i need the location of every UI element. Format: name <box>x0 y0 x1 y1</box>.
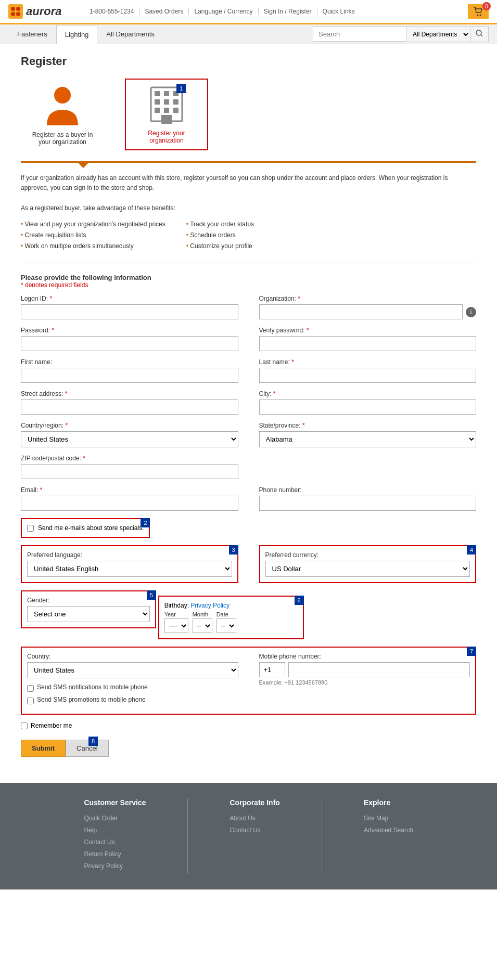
verify-password-input[interactable] <box>259 336 477 351</box>
remember-me-label: Remember me <box>31 722 72 729</box>
city-input[interactable] <box>259 399 477 415</box>
pref-currency-select[interactable]: US Dollar <box>265 561 470 577</box>
search-icon <box>476 30 483 37</box>
buyer-icon-wrapper <box>44 84 81 127</box>
footer-col2-links: About Us Contact Us <box>230 814 279 834</box>
street-input[interactable] <box>21 399 238 415</box>
footer-advanced-search[interactable]: Advanced Search <box>364 827 413 834</box>
mobile-number-input[interactable] <box>288 662 470 677</box>
sms-promotions-checkbox[interactable] <box>27 698 34 704</box>
city-group: City: * <box>259 390 477 415</box>
nav-tab-lighting[interactable]: Lighting <box>56 25 98 44</box>
first-name-input[interactable] <box>21 368 238 383</box>
country2-select[interactable]: United States <box>27 662 238 678</box>
footer-return-policy[interactable]: Return Policy <box>84 850 121 858</box>
nav-tab-all-departments[interactable]: All Departments <box>97 24 163 44</box>
cart-button[interactable]: 0 <box>468 4 489 19</box>
svg-rect-18 <box>164 108 169 113</box>
gender-select[interactable]: Select one <box>27 606 150 622</box>
form-row-country-state: Country/region: * United States State/pr… <box>21 422 476 447</box>
logon-id-label: Logon ID: * <box>21 295 238 302</box>
submit-button[interactable]: Submit <box>21 740 66 757</box>
footer-quick-order[interactable]: Quick Order <box>84 815 118 822</box>
birthday-date-select[interactable]: -- <box>216 618 236 633</box>
footer-contact-us-2[interactable]: Contact Us <box>230 827 260 834</box>
footer-contact-us[interactable]: Contact Us <box>84 839 114 846</box>
phone-input[interactable] <box>259 496 477 511</box>
cancel-button[interactable]: Cancel <box>66 740 108 757</box>
email-input[interactable] <box>21 496 238 511</box>
country-select[interactable]: United States <box>21 431 238 447</box>
footer-privacy-policy[interactable]: Privacy Policy <box>84 862 123 870</box>
zip-label: ZIP code/postal code: * <box>21 455 238 462</box>
pref-lang-label: Preferred language: <box>27 551 232 559</box>
top-phone: 1-800-555-1234 <box>84 8 139 15</box>
password-label: Password: * <box>21 327 238 334</box>
register-org-option[interactable]: 1 Register your organization <box>125 79 208 150</box>
footer-site-map[interactable]: Site Map <box>364 815 388 822</box>
sms-promotions-row: Send SMS promotions to mobile phone <box>27 696 238 705</box>
birthday-month-col: Month -- <box>193 611 212 633</box>
state-label: State/province: * <box>259 422 477 429</box>
form-row-name: First name: Last name: * <box>21 358 476 383</box>
form-row-address: Street address: * City: * <box>21 390 476 415</box>
org-group: Organization: * i <box>259 295 477 319</box>
info-section: If your organization already has an acco… <box>21 173 476 252</box>
svg-rect-12 <box>164 91 169 96</box>
footer-col1-links: Quick Order Help Contact Us Return Polic… <box>84 814 146 870</box>
sms-notifications-checkbox[interactable] <box>27 685 34 692</box>
lang-step-badge: 3 <box>229 545 238 555</box>
password-input[interactable] <box>21 336 238 351</box>
footer-col-customer-service: Customer Service Quick Order Help Contac… <box>84 798 146 874</box>
logon-id-input[interactable] <box>21 304 238 319</box>
footer: Customer Service Quick Order Help Contac… <box>0 783 497 889</box>
birthday-date-col: Date -- <box>216 611 236 633</box>
mobile-prefix-input[interactable] <box>259 662 285 677</box>
footer-about-us[interactable]: About Us <box>230 815 255 822</box>
svg-rect-16 <box>173 99 179 105</box>
verify-password-label: Verify password: * <box>259 327 477 334</box>
password-group: Password: * <box>21 327 238 351</box>
privacy-policy-link[interactable]: Privacy Policy <box>190 602 230 609</box>
footer-divider-2 <box>322 798 322 874</box>
svg-rect-20 <box>161 115 172 124</box>
street-group: Street address: * <box>21 390 238 415</box>
org-input[interactable] <box>259 304 463 319</box>
signin-register-link[interactable]: Sign In / Register <box>259 8 317 15</box>
saved-orders-link[interactable]: Saved Orders <box>139 8 189 15</box>
benefit-item: View and pay your organization's negotia… <box>21 220 165 229</box>
birthday-row: Year ---- Month -- Date -- <box>164 611 298 633</box>
search-button[interactable] <box>470 26 489 42</box>
remember-me-checkbox[interactable] <box>21 723 28 729</box>
mobile-section: 7 Country: United States Send SMS notifi… <box>21 647 476 715</box>
last-name-group: Last name: * <box>259 358 477 383</box>
last-name-input[interactable] <box>259 368 477 383</box>
submit-area: Submit Cancel 8 <box>21 740 476 757</box>
email-specials-checkbox[interactable] <box>27 525 34 532</box>
nav-tab-fasteners[interactable]: Fasteners <box>8 24 56 44</box>
birthday-year-select[interactable]: ---- <box>164 618 188 633</box>
form-row-password: Password: * Verify password: * <box>21 327 476 351</box>
last-name-label: Last name: * <box>259 358 477 366</box>
state-group: State/province: * Alabama <box>259 422 477 447</box>
birthday-month-select[interactable]: -- <box>193 618 212 633</box>
search-input[interactable] <box>313 27 406 42</box>
state-select[interactable]: Alabama <box>259 431 477 447</box>
email-group: Email: * <box>21 486 238 511</box>
mobile-example: Example: +91 1234567890 <box>259 679 470 686</box>
first-name-label: First name: <box>21 358 238 366</box>
zip-input[interactable] <box>21 464 238 479</box>
pref-lang-select[interactable]: United States English <box>27 561 232 577</box>
benefits-left: View and pay your organization's negotia… <box>21 218 165 253</box>
svg-rect-15 <box>164 99 169 105</box>
register-buyer-option[interactable]: Register as a buyer in your organization <box>21 79 104 151</box>
search-dept-select[interactable]: All Departments <box>406 27 470 42</box>
footer-divider-1 <box>187 798 188 874</box>
org-info-icon[interactable]: i <box>466 307 476 317</box>
language-currency-link[interactable]: Language / Currency <box>189 8 258 15</box>
zip-spacer <box>259 455 477 479</box>
footer-help[interactable]: Help <box>84 827 97 834</box>
quick-links-link[interactable]: Quick Links <box>317 8 360 15</box>
mobile-phone-label: Mobile phone number: <box>259 653 470 660</box>
svg-point-1 <box>11 7 15 11</box>
